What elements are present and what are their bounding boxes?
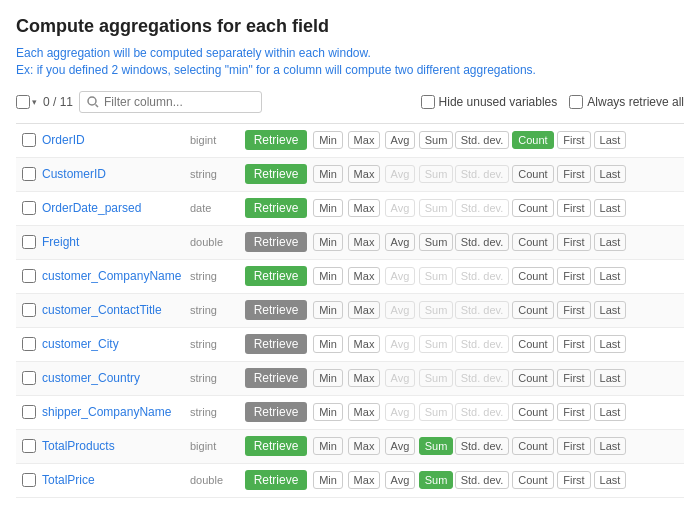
last-button[interactable]: Last [594, 437, 627, 455]
sum-col[interactable]: Sum [418, 267, 454, 285]
stddev-col[interactable]: Std. dev. [454, 131, 510, 149]
avg-col[interactable]: Avg [382, 301, 418, 319]
retrieve-button[interactable]: Retrieve [245, 130, 307, 150]
last-col[interactable]: Last [592, 233, 628, 251]
avg-button[interactable]: Avg [385, 131, 416, 149]
max-col[interactable]: Max [346, 267, 382, 285]
retrieve-col[interactable]: Retrieve [242, 368, 310, 388]
min-button[interactable]: Min [313, 301, 343, 319]
row-checkbox[interactable] [22, 371, 36, 385]
row-checkbox-wrapper[interactable] [16, 439, 42, 453]
min-button[interactable]: Min [313, 471, 343, 489]
stddev-col[interactable]: Std. dev. [454, 199, 510, 217]
count-button[interactable]: Count [512, 335, 553, 353]
retrieve-button[interactable]: Retrieve [245, 198, 307, 218]
count-col[interactable]: Count [510, 301, 556, 319]
avg-col[interactable]: Avg [382, 437, 418, 455]
first-col[interactable]: First [556, 437, 592, 455]
retrieve-button[interactable]: Retrieve [245, 266, 307, 286]
max-button[interactable]: Max [348, 403, 381, 421]
always-retrieve-checkbox[interactable] [569, 95, 583, 109]
retrieve-col[interactable]: Retrieve [242, 232, 310, 252]
max-button[interactable]: Max [348, 165, 381, 183]
retrieve-col[interactable]: Retrieve [242, 436, 310, 456]
last-button[interactable]: Last [594, 403, 627, 421]
sum-button[interactable]: Sum [419, 471, 454, 489]
count-col[interactable]: Count [510, 335, 556, 353]
last-button[interactable]: Last [594, 369, 627, 387]
max-col[interactable]: Max [346, 131, 382, 149]
first-col[interactable]: First [556, 471, 592, 489]
row-checkbox[interactable] [22, 439, 36, 453]
count-button[interactable]: Count [512, 267, 553, 285]
select-all-wrapper[interactable]: ▾ [16, 95, 37, 109]
retrieve-col[interactable]: Retrieve [242, 334, 310, 354]
count-button[interactable]: Count [512, 369, 553, 387]
count-col[interactable]: Count [510, 165, 556, 183]
last-button[interactable]: Last [594, 233, 627, 251]
sum-col[interactable]: Sum [418, 335, 454, 353]
max-button[interactable]: Max [348, 233, 381, 251]
last-button[interactable]: Last [594, 301, 627, 319]
stddev-button[interactable]: Std. dev. [455, 471, 510, 489]
first-button[interactable]: First [557, 165, 590, 183]
retrieve-button[interactable]: Retrieve [245, 164, 307, 184]
stddev-col[interactable]: Std. dev. [454, 437, 510, 455]
max-button[interactable]: Max [348, 301, 381, 319]
first-button[interactable]: First [557, 369, 590, 387]
last-button[interactable]: Last [594, 199, 627, 217]
avg-col[interactable]: Avg [382, 369, 418, 387]
avg-col[interactable]: Avg [382, 233, 418, 251]
count-button[interactable]: Count [512, 131, 553, 149]
max-col[interactable]: Max [346, 403, 382, 421]
max-col[interactable]: Max [346, 471, 382, 489]
sum-col[interactable]: Sum [418, 199, 454, 217]
stddev-col[interactable]: Std. dev. [454, 267, 510, 285]
max-button[interactable]: Max [348, 199, 381, 217]
stddev-button[interactable]: Std. dev. [455, 437, 510, 455]
first-col[interactable]: First [556, 199, 592, 217]
sum-button[interactable]: Sum [419, 233, 454, 251]
count-button[interactable]: Count [512, 403, 553, 421]
row-checkbox[interactable] [22, 303, 36, 317]
sum-col[interactable]: Sum [418, 369, 454, 387]
first-button[interactable]: First [557, 199, 590, 217]
row-checkbox[interactable] [22, 167, 36, 181]
sum-button[interactable]: Sum [419, 437, 454, 455]
first-button[interactable]: First [557, 403, 590, 421]
max-button[interactable]: Max [348, 369, 381, 387]
last-col[interactable]: Last [592, 437, 628, 455]
count-button[interactable]: Count [512, 233, 553, 251]
min-button[interactable]: Min [313, 369, 343, 387]
last-col[interactable]: Last [592, 471, 628, 489]
first-button[interactable]: First [557, 301, 590, 319]
last-col[interactable]: Last [592, 369, 628, 387]
last-col[interactable]: Last [592, 199, 628, 217]
count-button[interactable]: Count [512, 471, 553, 489]
last-col[interactable]: Last [592, 403, 628, 421]
count-col[interactable]: Count [510, 131, 556, 149]
row-checkbox[interactable] [22, 337, 36, 351]
last-button[interactable]: Last [594, 335, 627, 353]
min-col[interactable]: Min [310, 233, 346, 251]
retrieve-col[interactable]: Retrieve [242, 130, 310, 150]
sum-col[interactable]: Sum [418, 403, 454, 421]
stddev-col[interactable]: Std. dev. [454, 471, 510, 489]
retrieve-col[interactable]: Retrieve [242, 164, 310, 184]
min-col[interactable]: Min [310, 403, 346, 421]
avg-col[interactable]: Avg [382, 267, 418, 285]
retrieve-button[interactable]: Retrieve [245, 232, 307, 252]
row-checkbox-wrapper[interactable] [16, 167, 42, 181]
max-col[interactable]: Max [346, 335, 382, 353]
min-button[interactable]: Min [313, 267, 343, 285]
row-checkbox-wrapper[interactable] [16, 405, 42, 419]
first-button[interactable]: First [557, 267, 590, 285]
row-checkbox[interactable] [22, 269, 36, 283]
stddev-button[interactable]: Std. dev. [455, 131, 510, 149]
min-col[interactable]: Min [310, 335, 346, 353]
sum-col[interactable]: Sum [418, 437, 454, 455]
last-button[interactable]: Last [594, 131, 627, 149]
count-col[interactable]: Count [510, 437, 556, 455]
last-button[interactable]: Last [594, 471, 627, 489]
min-button[interactable]: Min [313, 335, 343, 353]
